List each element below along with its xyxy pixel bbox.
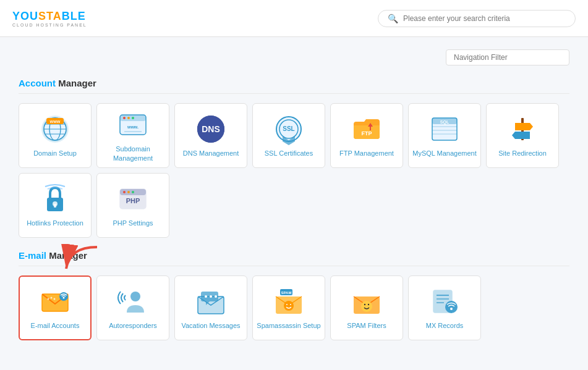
tile-hotlinks-protection[interactable]: Hotlinks Protection: [19, 173, 92, 238]
svg-point-66: [361, 301, 372, 312]
svg-text:SSL: SSL: [283, 125, 294, 132]
search-icon: 🔍: [388, 14, 398, 23]
spam-filters-icon: [351, 285, 383, 317]
autoresponders-icon: [117, 285, 149, 317]
svg-point-67: [364, 304, 365, 305]
svg-point-41: [132, 191, 134, 193]
nav-filter-input[interactable]: [446, 49, 569, 65]
svg-text:www.: www.: [127, 125, 138, 129]
svg-point-63: [286, 304, 288, 305]
subdomain-management-icon: www.: [117, 109, 149, 141]
tile-mysql-management[interactable]: SQL MySQL Management: [408, 103, 481, 168]
svg-point-39: [123, 191, 126, 193]
mysql-management-icon: SQL: [428, 113, 461, 145]
svg-point-13: [132, 117, 134, 119]
svg-point-40: [127, 191, 130, 193]
tile-php-settings-label: PHP Settings: [113, 219, 153, 227]
tile-dns-management[interactable]: DNS DNS Management: [174, 103, 247, 168]
svg-marker-33: [512, 132, 530, 139]
svg-point-11: [123, 117, 126, 119]
email-manager-section: E-mail Manager: [19, 250, 569, 340]
svg-text:PHP: PHP: [126, 197, 140, 204]
hotlinks-protection-icon: [39, 183, 71, 215]
php-settings-icon: PHP: [117, 183, 149, 215]
svg-point-57: [215, 295, 217, 298]
vacation-messages-icon: [195, 285, 227, 317]
tile-site-redirection-label: Site Redirection: [498, 149, 547, 158]
svg-marker-32: [515, 123, 533, 130]
search-bar[interactable]: 🔍: [378, 10, 576, 27]
svg-point-51: [130, 292, 140, 301]
tile-spamassassin-setup[interactable]: SPAM Spamassassin Setup: [252, 275, 325, 340]
arrow-indicator: [57, 244, 106, 275]
main-content: Account Manager WWW Doma: [0, 37, 588, 365]
tile-domain-setup[interactable]: WWW Domain Setup: [19, 103, 92, 168]
dns-management-icon: DNS: [195, 113, 227, 145]
svg-point-74: [450, 308, 453, 310]
spamassassin-setup-icon: SPAM: [273, 285, 305, 317]
tile-mx-records[interactable]: MX Records: [408, 275, 481, 340]
svg-point-62: [284, 301, 294, 311]
svg-point-55: [205, 295, 207, 298]
tile-ftp-management[interactable]: FTP FTP Management: [330, 103, 403, 168]
svg-text:FTP: FTP: [362, 130, 372, 137]
tile-email-accounts[interactable]: E-mail Accounts: [19, 275, 92, 340]
tile-ftp-label: FTP Management: [339, 149, 394, 158]
ssl-certificates-icon: SSL: [273, 113, 305, 145]
tile-autoresponders[interactable]: Autoresponders: [96, 275, 169, 340]
tile-php-settings[interactable]: PHP PHP Settings: [96, 173, 169, 238]
tile-autoresponders-label: Autoresponders: [109, 321, 157, 330]
tile-mysql-label: MySQL Management: [412, 149, 477, 158]
svg-point-64: [290, 304, 291, 305]
tile-vacation-messages[interactable]: Vacation Messages: [174, 275, 247, 340]
tile-spam-filters-label: SPAM Filters: [347, 321, 386, 330]
tile-hotlinks-protection-label: Hotlinks Protection: [27, 219, 83, 227]
svg-point-56: [210, 295, 212, 298]
svg-point-46: [48, 298, 49, 300]
email-accounts-icon: [39, 285, 71, 317]
svg-text:SQL: SQL: [440, 120, 450, 125]
search-input[interactable]: [403, 14, 566, 23]
tile-dns-label: DNS Management: [183, 149, 239, 158]
svg-point-12: [127, 117, 130, 119]
svg-text:SPAM: SPAM: [281, 291, 292, 295]
svg-point-68: [368, 304, 369, 305]
nav-filter-row: [19, 49, 569, 65]
header: YOUSTABLE CLOUD HOSTING PANEL 🔍: [0, 0, 588, 37]
account-manager-grid: WWW Domain Setup www. Subdomain Manageme…: [19, 103, 569, 238]
email-manager-grid: E-mail Accounts Autoresponders: [19, 275, 569, 340]
logo-subtitle: CLOUD HOSTING PANEL: [12, 23, 87, 27]
tile-email-accounts-label: E-mail Accounts: [31, 321, 80, 330]
tile-vacation-messages-label: Vacation Messages: [181, 321, 240, 330]
tile-subdomain-label: Subdomain Management: [100, 145, 166, 162]
tile-ssl-label: SSL Certificates: [265, 149, 313, 158]
svg-point-47: [51, 297, 53, 299]
tile-ssl-certificates[interactable]: SSL SSL Certificates: [252, 103, 325, 168]
tile-domain-setup-label: Domain Setup: [33, 149, 77, 158]
tile-site-redirection[interactable]: Site Redirection: [486, 103, 559, 168]
mx-records-icon: [428, 285, 461, 317]
tile-spam-filters[interactable]: SPAM Filters: [330, 275, 403, 340]
domain-setup-icon: WWW: [39, 113, 71, 145]
ftp-management-icon: FTP: [351, 113, 383, 145]
site-redirection-icon: [506, 113, 539, 145]
logo: YOUSTABLE CLOUD HOSTING PANEL: [12, 10, 87, 27]
svg-point-50: [63, 297, 65, 299]
logo-text: YOUSTABLE: [12, 10, 87, 23]
svg-rect-36: [54, 204, 56, 208]
svg-text:WWW: WWW: [50, 120, 61, 124]
account-manager-title: Account Manager: [19, 78, 569, 94]
tile-subdomain-management[interactable]: www. Subdomain Management: [96, 103, 169, 168]
tile-spamassassin-label: Spamassassin Setup: [257, 321, 320, 330]
svg-point-49: [59, 292, 68, 301]
svg-text:DNS: DNS: [202, 124, 220, 134]
svg-point-48: [54, 298, 56, 300]
tile-mx-records-label: MX Records: [426, 321, 464, 330]
